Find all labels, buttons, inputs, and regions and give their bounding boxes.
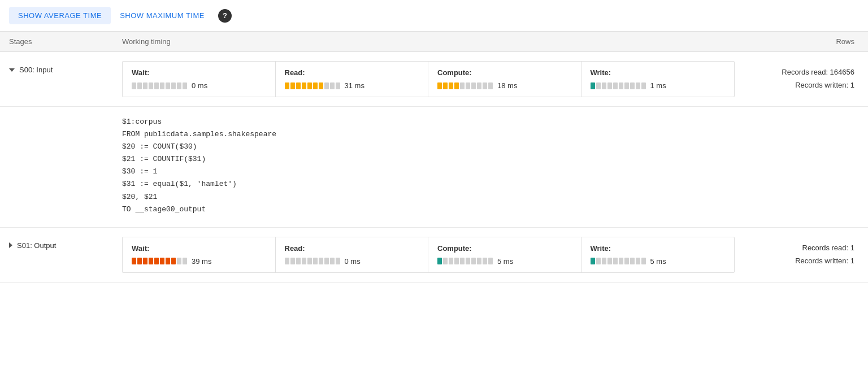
bar-seg [290, 258, 295, 264]
code-line-3: $20 := COUNT($30) [122, 141, 859, 153]
s00-compute-value: 18 ms [497, 81, 517, 90]
s01-write-cell: Write: 5 ms [581, 237, 735, 272]
bar-seg [285, 82, 289, 89]
s00-wait-bar-row: 0 ms [132, 81, 266, 90]
bar-seg [437, 258, 442, 264]
code-line-7: $20, $21 [122, 191, 859, 203]
rows-header: Rows [735, 37, 859, 46]
s00-records: Records read: 164656 Records written: 1 [735, 61, 859, 92]
s01-wait-bars [132, 258, 187, 264]
bar-seg [132, 82, 136, 89]
s01-compute-cell: Compute: 5 ms [428, 237, 581, 272]
code-line-6: $31 := equal($1, 'hamlet') [122, 178, 859, 190]
bar-seg [596, 82, 601, 89]
show-maximum-time-tab[interactable]: SHOW MAXIMUM TIME [111, 7, 214, 24]
s00-write-bars [591, 82, 646, 89]
s01-wait-value: 39 ms [192, 257, 211, 266]
s00-read-cell: Read: 31 ms [276, 62, 429, 97]
bar-seg [296, 82, 301, 89]
bar-seg [613, 258, 618, 264]
bar-seg [302, 82, 306, 89]
s00-records-written: Records written: 1 [735, 79, 854, 92]
bar-seg [149, 258, 153, 264]
bar-seg [471, 258, 476, 264]
bar-seg [183, 82, 187, 89]
bar-seg [319, 82, 323, 89]
s01-read-label: Read: [285, 244, 419, 253]
bar-seg [454, 82, 459, 89]
bar-seg [466, 82, 470, 89]
s00-read-label: Read: [285, 68, 419, 77]
s00-write-value: 1 ms [650, 81, 666, 90]
bar-seg [624, 82, 629, 89]
bar-seg [171, 258, 176, 264]
s00-wait-label: Wait: [132, 68, 266, 77]
s00-write-label: Write: [591, 68, 726, 77]
s01-records-read: Records read: 1 [735, 241, 854, 254]
bar-seg [636, 82, 640, 89]
s01-chevron-right-icon[interactable] [9, 242, 12, 248]
s00-wait-bars [132, 82, 187, 89]
s01-compute-bar-row: 5 ms [437, 257, 572, 266]
bar-seg [336, 258, 340, 264]
column-headers: Stages Working timing Rows [0, 32, 868, 52]
bar-seg [636, 258, 640, 264]
bar-seg [177, 82, 181, 89]
s00-write-cell: Write: 1 ms [581, 62, 735, 97]
s01-read-value: 0 ms [345, 257, 361, 266]
stage-s01-header: S01: Output Wait: [0, 228, 868, 282]
stage-s01-title: S01: Output [9, 237, 122, 250]
s01-wait-cell: Wait: 39 ms [123, 237, 276, 272]
bar-seg [330, 82, 335, 89]
bar-seg [177, 258, 181, 264]
bar-seg [302, 258, 306, 264]
bar-seg [477, 82, 481, 89]
s01-read-cell: Read: 0 ms [276, 237, 429, 272]
bar-seg [183, 258, 187, 264]
s00-chevron-down-icon[interactable] [9, 68, 15, 72]
s01-compute-value: 5 ms [497, 257, 513, 266]
bar-seg [307, 258, 312, 264]
bar-seg [160, 82, 164, 89]
s00-read-bars [285, 82, 340, 89]
bar-seg [641, 82, 646, 89]
show-average-time-tab[interactable]: SHOW AVERAGE TIME [9, 7, 111, 24]
s01-read-bar-row: 0 ms [285, 257, 419, 266]
bar-seg [449, 82, 453, 89]
bar-seg [290, 82, 295, 89]
bar-seg [160, 258, 164, 264]
stage-s00-title: S00: Input [9, 61, 122, 74]
s01-compute-bars [437, 258, 493, 264]
bar-seg [296, 258, 301, 264]
stage-s01-row: S01: Output Wait: [0, 228, 868, 283]
s01-write-value: 5 ms [650, 257, 666, 266]
s00-read-bar-row: 31 ms [285, 81, 419, 90]
bar-seg [437, 82, 442, 89]
s00-compute-bar-row: 18 ms [437, 81, 572, 90]
bar-seg [443, 258, 448, 264]
s00-compute-cell: Compute: 18 ms [428, 62, 581, 97]
s01-write-label: Write: [591, 244, 726, 253]
bar-seg [307, 82, 312, 89]
code-line-2: FROM publicdata.samples.shakespeare [122, 128, 859, 141]
bar-seg [454, 258, 459, 264]
s00-compute-label: Compute: [437, 68, 572, 77]
s00-read-value: 31 ms [345, 81, 364, 90]
bar-seg [483, 82, 487, 89]
bar-seg [132, 258, 136, 264]
top-bar: SHOW AVERAGE TIME SHOW MAXIMUM TIME ? [0, 0, 868, 32]
code-line-4: $21 := COUNTIF($31) [122, 153, 859, 166]
help-icon[interactable]: ? [218, 9, 232, 23]
bar-seg [460, 258, 465, 264]
bar-seg [324, 258, 329, 264]
stage-s00-label: S00: Input [19, 66, 53, 74]
working-timing-header: Working timing [122, 37, 735, 46]
bar-seg [602, 258, 606, 264]
s01-read-bars [285, 258, 340, 264]
bar-seg [641, 258, 646, 264]
bar-seg [602, 82, 606, 89]
bar-seg [336, 82, 340, 89]
bar-seg [488, 258, 493, 264]
bar-seg [137, 258, 142, 264]
s00-wait-cell: Wait: 0 ms [123, 62, 276, 97]
